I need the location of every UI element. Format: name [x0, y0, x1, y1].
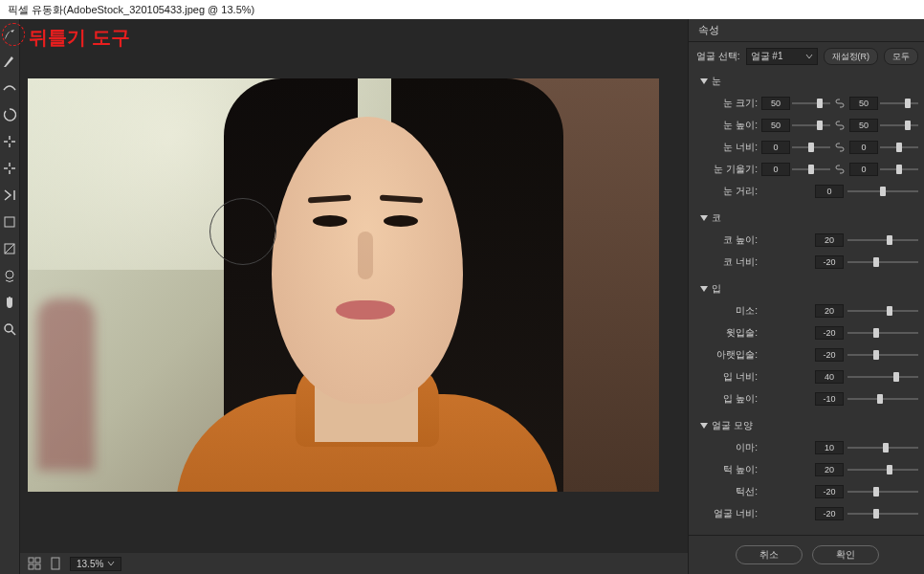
- slider-track-left[interactable]: [792, 119, 830, 132]
- bloat-tool-icon[interactable]: [0, 159, 19, 178]
- svg-line-2: [5, 244, 14, 254]
- zoom-level-dropdown[interactable]: 13.5%: [70, 557, 121, 571]
- slider-track-left[interactable]: [792, 97, 830, 110]
- zoom-tool-icon[interactable]: [0, 320, 19, 339]
- slider-label: 눈 높이:: [696, 119, 758, 132]
- slider-value-left[interactable]: 50: [761, 97, 790, 110]
- slider-value[interactable]: -20: [815, 507, 844, 520]
- slider-value-right[interactable]: 0: [849, 163, 878, 176]
- slider-track-left[interactable]: [792, 141, 830, 154]
- section-nose[interactable]: 코: [689, 208, 924, 229]
- slider-label: 코 너비:: [696, 255, 758, 269]
- slider-label: 턱선:: [696, 485, 758, 498]
- slider-label: 눈 크기:: [696, 97, 758, 110]
- svg-point-3: [6, 271, 13, 278]
- ok-button[interactable]: 확인: [812, 545, 879, 564]
- slider-track[interactable]: [847, 441, 918, 454]
- face-select-dropdown[interactable]: 얼굴 #1: [746, 48, 818, 65]
- left-toolbar: [0, 19, 20, 574]
- svg-rect-0: [5, 217, 14, 227]
- canvas-footer: 13.5%: [20, 553, 688, 574]
- svg-rect-6: [29, 558, 33, 563]
- slider-track-right[interactable]: [880, 97, 918, 110]
- hand-tool-icon[interactable]: [0, 293, 19, 312]
- link-icon[interactable]: [834, 98, 846, 109]
- slider-label: 윗입술:: [696, 326, 758, 340]
- smooth-tool-icon[interactable]: [0, 78, 19, 98]
- slider-value[interactable]: -20: [815, 255, 844, 269]
- slider-value[interactable]: 40: [815, 370, 844, 384]
- slider-track[interactable]: [847, 507, 918, 520]
- slider-track[interactable]: [847, 463, 918, 476]
- slider-label: 코 높이:: [696, 233, 758, 247]
- slider-track[interactable]: [847, 255, 918, 269]
- twirl-tool-icon[interactable]: [0, 105, 19, 124]
- slider-track-right[interactable]: [880, 119, 918, 132]
- reset-button[interactable]: 재설정(R): [824, 48, 879, 65]
- face-tool-icon[interactable]: [0, 266, 19, 285]
- slider-value[interactable]: -20: [815, 485, 844, 498]
- svg-rect-10: [52, 558, 59, 569]
- slider-value-left[interactable]: 0: [761, 141, 790, 154]
- slider-value-left[interactable]: 50: [761, 119, 790, 132]
- slider-value[interactable]: 20: [815, 463, 844, 476]
- section-eyes[interactable]: 눈: [689, 71, 924, 92]
- all-button[interactable]: 모두: [884, 48, 918, 65]
- slider-track[interactable]: [847, 392, 918, 406]
- slider-value[interactable]: -20: [815, 326, 844, 340]
- slider-value[interactable]: 20: [815, 233, 844, 247]
- slider-track-right[interactable]: [880, 141, 918, 154]
- slider-track[interactable]: [847, 185, 918, 198]
- slider-value[interactable]: -10: [815, 392, 844, 406]
- link-icon[interactable]: [834, 120, 846, 131]
- section-face-shape[interactable]: 얼굴 모양: [689, 415, 924, 436]
- slider-value[interactable]: 0: [815, 185, 844, 198]
- slider-value[interactable]: 10: [815, 441, 844, 454]
- slider-label: 입 너비:: [696, 370, 758, 384]
- slider-label: 눈 거리:: [696, 185, 758, 198]
- slider-value-left[interactable]: 0: [761, 163, 790, 176]
- slider-value-right[interactable]: 50: [849, 97, 878, 110]
- section-mouth[interactable]: 입: [689, 278, 924, 299]
- push-left-tool-icon[interactable]: [0, 186, 19, 205]
- slider-value-right[interactable]: 50: [849, 119, 878, 132]
- chevron-down-icon: [107, 560, 115, 567]
- link-icon[interactable]: [834, 142, 846, 153]
- slider-label: 아랫입술:: [696, 348, 758, 362]
- slider-track[interactable]: [847, 485, 918, 498]
- slider-track[interactable]: [847, 370, 918, 384]
- slider-value[interactable]: 20: [815, 304, 844, 318]
- thaw-mask-tool-icon[interactable]: [0, 239, 19, 258]
- slider-value[interactable]: -20: [815, 348, 844, 362]
- svg-rect-7: [35, 558, 40, 563]
- slider-label: 눈 너비:: [696, 141, 758, 154]
- svg-rect-9: [35, 564, 40, 569]
- doc-view-icon[interactable]: [49, 557, 62, 570]
- slider-value-right[interactable]: 0: [849, 141, 878, 154]
- panel-header: 속성: [689, 19, 924, 42]
- grid-view-icon[interactable]: [28, 557, 41, 570]
- freeze-mask-tool-icon[interactable]: [0, 212, 19, 232]
- reconstruct-tool-icon[interactable]: [0, 52, 19, 71]
- slider-label: 턱 높이:: [696, 463, 758, 476]
- svg-line-5: [11, 331, 15, 335]
- slider-track-left[interactable]: [792, 163, 830, 176]
- canvas-area: 13.5%: [20, 19, 688, 574]
- slider-label: 미소:: [696, 304, 758, 318]
- triangle-down-icon: [700, 78, 708, 84]
- link-icon[interactable]: [834, 164, 846, 175]
- annotation-circle: [2, 23, 25, 46]
- slider-track[interactable]: [847, 326, 918, 340]
- canvas-image[interactable]: [28, 78, 659, 492]
- slider-track-right[interactable]: [880, 163, 918, 176]
- slider-label: 입 높이:: [696, 392, 758, 406]
- slider-track[interactable]: [847, 304, 918, 318]
- cancel-button[interactable]: 취소: [736, 545, 803, 564]
- pucker-tool-icon[interactable]: [0, 132, 19, 151]
- slider-track[interactable]: [847, 348, 918, 362]
- chevron-down-icon: [805, 53, 813, 60]
- slider-label: 얼굴 너비:: [696, 507, 758, 520]
- face-select-value: 얼굴 #1: [751, 50, 783, 63]
- title-bar: 픽셀 유동화(AdobeStock_320105433.jpeg @ 13.5%…: [0, 0, 924, 19]
- slider-track[interactable]: [847, 233, 918, 247]
